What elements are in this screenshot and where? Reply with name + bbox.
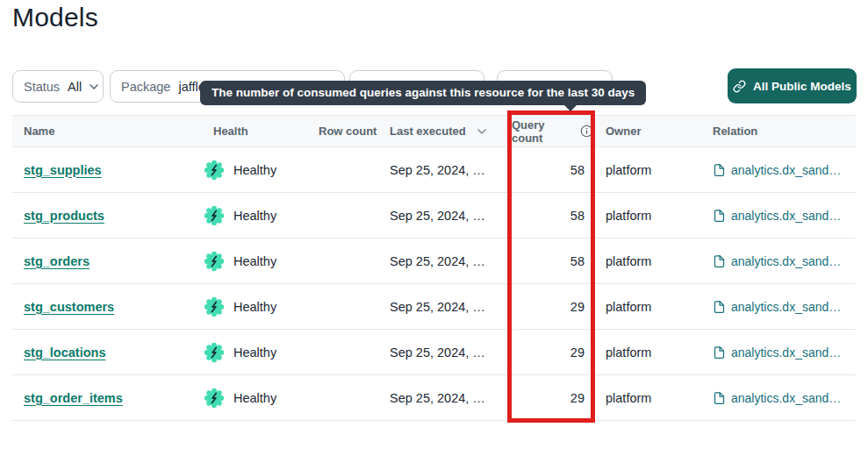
last-executed-cell: Sep 25, 2024, … bbox=[377, 345, 499, 360]
owner-cell: platform bbox=[593, 254, 700, 268]
table-row: stg_order_items Healthy Sep 25, 2024, … … bbox=[12, 375, 856, 421]
table-row: stg_supplies Healthy Sep 25, 2024, … 58 … bbox=[12, 147, 856, 193]
relation-link[interactable]: analytics.dx_sand… bbox=[713, 254, 841, 268]
health-status-text: Healthy bbox=[233, 391, 276, 405]
query-count-cell: 58 bbox=[499, 254, 593, 268]
status-filter-dropdown[interactable]: Status All bbox=[12, 70, 104, 103]
owner-cell: platform bbox=[593, 209, 700, 223]
model-name-link[interactable]: stg_order_items bbox=[24, 391, 123, 405]
column-header-row-count[interactable]: Row count bbox=[306, 125, 377, 138]
model-name-link[interactable]: stg_locations bbox=[24, 345, 105, 360]
column-header-owner[interactable]: Owner bbox=[593, 125, 700, 138]
chevron-down-icon bbox=[90, 84, 98, 89]
model-name-link[interactable]: stg_customers bbox=[24, 300, 114, 314]
document-icon bbox=[713, 345, 726, 360]
table-row: stg_products Healthy Sep 25, 2024, … 58 … bbox=[12, 193, 856, 239]
query-count-cell: 29 bbox=[499, 345, 593, 360]
health-pulse-badge-icon bbox=[204, 160, 225, 181]
table-row: stg_customers Healthy Sep 25, 2024, … 29… bbox=[12, 284, 856, 330]
link-icon bbox=[733, 80, 746, 93]
models-table: Name Health Row count Last executed Quer… bbox=[12, 115, 856, 421]
page-title: Models bbox=[12, 3, 98, 32]
health-pulse-badge-icon bbox=[204, 296, 225, 317]
health-status-text: Healthy bbox=[233, 209, 276, 223]
query-count-tooltip: The number of consumed queries against t… bbox=[200, 81, 646, 105]
column-header-health[interactable]: Health bbox=[202, 125, 306, 138]
health-status-text: Healthy bbox=[233, 254, 276, 268]
info-circle-icon[interactable] bbox=[580, 125, 593, 138]
query-count-cell: 29 bbox=[499, 391, 593, 405]
column-header-name[interactable]: Name bbox=[12, 125, 202, 138]
health-pulse-badge-icon bbox=[204, 251, 225, 272]
table-header-row: Name Health Row count Last executed Quer… bbox=[12, 115, 856, 147]
relation-link[interactable]: analytics.dx_sand… bbox=[713, 391, 841, 405]
table-row: stg_orders Healthy Sep 25, 2024, … 58 pl… bbox=[12, 239, 856, 284]
relation-link[interactable]: analytics.dx_sand… bbox=[713, 300, 841, 314]
query-count-cell: 29 bbox=[499, 300, 593, 314]
relation-link[interactable]: analytics.dx_sand… bbox=[713, 345, 841, 360]
column-header-last-executed[interactable]: Last executed bbox=[377, 125, 499, 138]
last-executed-cell: Sep 25, 2024, … bbox=[377, 209, 499, 223]
query-count-cell: 58 bbox=[499, 163, 593, 177]
model-name-link[interactable]: stg_orders bbox=[24, 254, 90, 268]
model-name-link[interactable]: stg_supplies bbox=[24, 163, 102, 177]
status-filter-label: Status bbox=[24, 80, 60, 94]
owner-cell: platform bbox=[593, 345, 700, 360]
document-icon bbox=[713, 163, 726, 177]
last-executed-cell: Sep 25, 2024, … bbox=[377, 391, 499, 405]
all-public-models-label: All Public Models bbox=[753, 80, 851, 93]
last-executed-cell: Sep 25, 2024, … bbox=[377, 163, 499, 177]
document-icon bbox=[713, 300, 726, 314]
health-pulse-badge-icon bbox=[204, 205, 225, 226]
relation-link[interactable]: analytics.dx_sand… bbox=[713, 209, 841, 223]
status-filter-value: All bbox=[68, 80, 82, 94]
models-page: Models Status All Package jaffle_ All Pu… bbox=[0, 0, 868, 470]
tooltip-arrow bbox=[563, 104, 577, 111]
column-header-relation[interactable]: Relation bbox=[700, 125, 856, 138]
package-filter-label: Package bbox=[121, 80, 170, 94]
health-status-text: Healthy bbox=[233, 345, 276, 360]
tooltip-text: The number of consumed queries against t… bbox=[212, 86, 635, 99]
relation-link[interactable]: analytics.dx_sand… bbox=[713, 163, 841, 177]
table-row: stg_locations Healthy Sep 25, 2024, … 29… bbox=[12, 330, 856, 375]
last-executed-cell: Sep 25, 2024, … bbox=[377, 300, 499, 314]
column-header-query-count[interactable]: Query count bbox=[499, 118, 593, 145]
owner-cell: platform bbox=[593, 163, 700, 177]
owner-cell: platform bbox=[593, 300, 700, 314]
sort-chevron-icon[interactable] bbox=[477, 129, 486, 134]
document-icon bbox=[713, 209, 726, 223]
query-count-cell: 58 bbox=[499, 209, 593, 223]
last-executed-cell: Sep 25, 2024, … bbox=[377, 254, 499, 268]
health-pulse-badge-icon bbox=[204, 388, 225, 409]
all-public-models-button[interactable]: All Public Models bbox=[728, 68, 857, 103]
health-status-text: Healthy bbox=[233, 163, 276, 177]
document-icon bbox=[713, 391, 726, 405]
owner-cell: platform bbox=[593, 391, 700, 405]
model-name-link[interactable]: stg_products bbox=[24, 209, 104, 223]
health-pulse-badge-icon bbox=[204, 342, 225, 363]
document-icon bbox=[713, 254, 726, 268]
health-status-text: Healthy bbox=[233, 300, 276, 314]
